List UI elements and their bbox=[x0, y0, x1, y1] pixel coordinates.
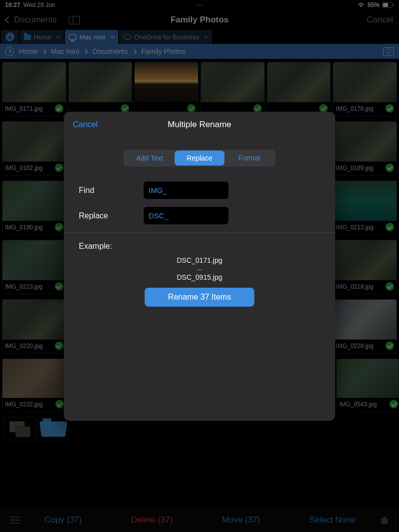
modal-title: Multiple Rename bbox=[168, 120, 231, 130]
example-label: Example: bbox=[79, 242, 320, 251]
seg-add-text[interactable]: Add Text bbox=[125, 151, 175, 166]
example-last: DSC_0915.jpg bbox=[79, 273, 320, 282]
replace-input[interactable] bbox=[144, 207, 228, 224]
example-ellipsis: ... bbox=[79, 265, 320, 273]
find-input[interactable] bbox=[144, 181, 228, 199]
rename-modal: Cancel Multiple Rename Add Text Replace … bbox=[64, 112, 335, 421]
modal-cancel-button[interactable]: Cancel bbox=[73, 120, 98, 129]
seg-format[interactable]: Format bbox=[224, 151, 274, 166]
find-label: Find bbox=[79, 186, 134, 195]
rename-mode-segmented: Add Text Replace Format bbox=[124, 150, 275, 167]
seg-replace[interactable]: Replace bbox=[175, 151, 224, 166]
replace-label: Replace bbox=[79, 211, 134, 220]
example-first: DSC_0171.jpg bbox=[79, 256, 320, 265]
rename-confirm-button[interactable]: Rename 37 Items bbox=[145, 288, 254, 307]
